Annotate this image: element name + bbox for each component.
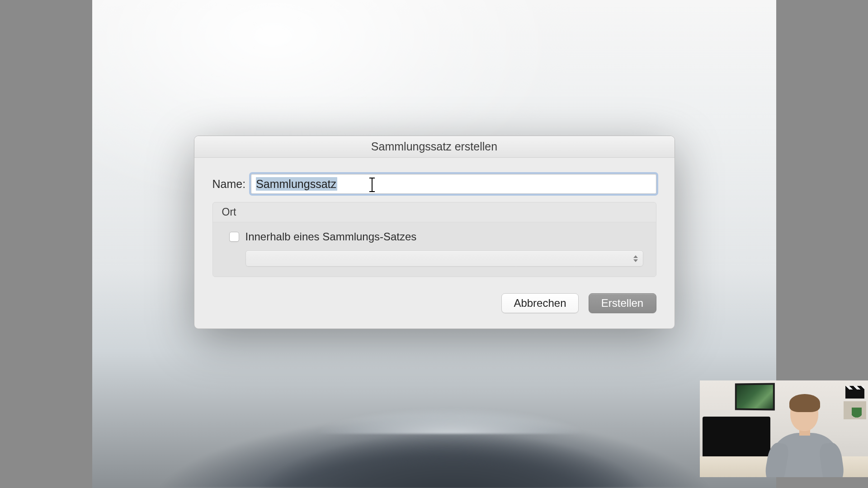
create-collection-set-dialog: Sammlungssatz erstellen Name: Sammlungss… <box>194 136 675 329</box>
name-label: Name: <box>212 178 246 191</box>
location-group-label: Ort <box>213 202 656 222</box>
webcam-presenter <box>763 396 849 477</box>
parent-collection-select-container <box>245 250 643 267</box>
create-button-label: Erstellen <box>601 297 643 310</box>
inside-collection-set-label: Innerhalb eines Sammlungs-Satzes <box>245 230 417 243</box>
screen: Sammlungssatz erstellen Name: Sammlungss… <box>0 0 868 488</box>
location-groupbox: Ort Innerhalb eines Sammlungs-Satzes <box>212 202 656 277</box>
select-stepper-icon <box>631 253 640 264</box>
dialog-title: Sammlungssatz erstellen <box>371 140 497 153</box>
background-snowcap <box>292 402 609 434</box>
webcam-plant <box>852 408 862 420</box>
cancel-button[interactable]: Abbrechen <box>501 293 578 313</box>
dialog-titlebar: Sammlungssatz erstellen <box>194 136 675 158</box>
create-button[interactable]: Erstellen <box>589 293 656 313</box>
name-input-container: Sammlungssatz Sammlungssatz <box>251 174 656 194</box>
location-group-content: Innerhalb eines Sammlungs-Satzes <box>213 222 656 277</box>
cancel-button-label: Abbrechen <box>514 297 566 310</box>
desktop-background: Sammlungssatz erstellen Name: Sammlungss… <box>92 0 776 488</box>
name-input[interactable] <box>251 174 656 194</box>
webcam-overlay <box>700 380 868 477</box>
name-row: Name: Sammlungssatz Sammlungssatz <box>212 174 656 194</box>
inside-collection-set-row: Innerhalb eines Sammlungs-Satzes <box>229 230 643 243</box>
inside-collection-set-checkbox[interactable] <box>229 232 239 242</box>
parent-collection-select[interactable] <box>245 250 643 267</box>
dialog-body: Name: Sammlungssatz Sammlungssatz <box>194 158 675 293</box>
dialog-window: Sammlungssatz erstellen Name: Sammlungss… <box>194 136 675 329</box>
dialog-footer: Abbrechen Erstellen <box>194 293 675 328</box>
